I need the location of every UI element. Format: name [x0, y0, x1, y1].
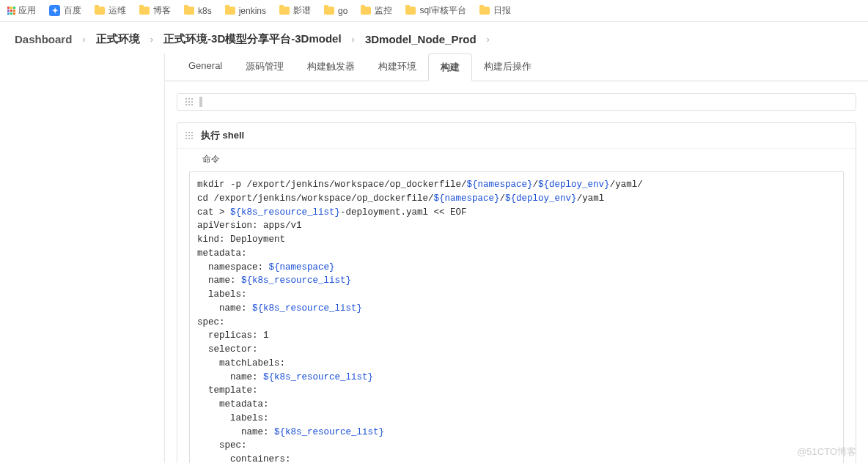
- tab-构建环境[interactable]: 构建环境: [367, 53, 428, 81]
- folder-icon: [361, 7, 371, 15]
- bookmark-label: k8s: [198, 6, 212, 16]
- content-area: General源码管理构建触发器构建环境构建构建后操作 执行 shell 命令 …: [164, 53, 868, 463]
- bookmark-label: jenkins: [239, 6, 266, 16]
- bookmark-label: 日报: [493, 4, 511, 17]
- execute-shell-block: 执行 shell 命令 mkdir -p /export/jenkins/wor…: [177, 122, 856, 463]
- breadcrumb-item[interactable]: Dashboard: [15, 33, 72, 45]
- bookmark-item[interactable]: ✦百度: [49, 4, 81, 17]
- bookmark-item[interactable]: 影谱: [279, 4, 311, 17]
- breadcrumb-item[interactable]: 正式环境: [96, 32, 140, 46]
- collapsed-section[interactable]: [177, 93, 856, 111]
- folder-icon: [95, 7, 105, 15]
- shell-code[interactable]: mkdir -p /export/jenkins/workspace/op_do…: [190, 172, 843, 463]
- bookmarks-bar: 应用 ✦百度运维博客k8sjenkins影谱go监控sql审核平台日报: [0, 0, 868, 22]
- bookmark-label: go: [338, 6, 347, 16]
- shell-command-editor[interactable]: mkdir -p /export/jenkins/workspace/op_do…: [189, 171, 844, 463]
- breadcrumb: Dashboard›正式环境›正式环境-3D模型分享平台-3Dmodel›3Dm…: [0, 22, 868, 53]
- tab-构建[interactable]: 构建: [428, 53, 472, 81]
- folder-icon: [479, 7, 490, 15]
- bookmark-item[interactable]: 博客: [139, 4, 171, 17]
- folder-icon: [279, 7, 290, 15]
- chevron-right-icon: ›: [78, 34, 89, 45]
- shell-header: 执行 shell: [177, 123, 856, 149]
- tab-构建触发器[interactable]: 构建触发器: [295, 53, 367, 81]
- folder-icon: [184, 7, 194, 15]
- bookmark-item[interactable]: k8s: [184, 4, 212, 17]
- tab-General[interactable]: General: [177, 53, 234, 81]
- folder-icon: [139, 7, 150, 15]
- bookmark-item[interactable]: 运维: [95, 4, 126, 17]
- breadcrumb-item[interactable]: 3Dmodel_Node_Prod: [365, 33, 477, 45]
- chevron-right-icon: ›: [347, 34, 359, 45]
- bookmark-item[interactable]: jenkins: [225, 4, 266, 17]
- baidu-icon: ✦: [49, 5, 60, 16]
- folder-icon: [225, 7, 235, 15]
- bookmark-label: 运维: [108, 4, 126, 17]
- bookmark-label: 博客: [153, 4, 171, 17]
- bookmark-item[interactable]: 监控: [361, 4, 392, 17]
- apps-icon: [7, 7, 15, 15]
- chevron-right-icon: ›: [482, 34, 494, 45]
- folder-icon: [324, 7, 334, 15]
- apps-label: 应用: [18, 4, 36, 17]
- config-tabs: General源码管理构建触发器构建环境构建构建后操作: [165, 53, 868, 81]
- bookmark-item[interactable]: go: [324, 4, 347, 17]
- command-label: 命令: [177, 149, 856, 167]
- shell-title: 执行 shell: [201, 129, 244, 142]
- bookmark-label: sql审核平台: [419, 4, 466, 17]
- drag-handle-icon: [185, 97, 194, 106]
- tab-构建后操作[interactable]: 构建后操作: [472, 53, 543, 81]
- folder-icon: [405, 7, 416, 15]
- tab-源码管理[interactable]: 源码管理: [234, 53, 295, 81]
- apps-button[interactable]: 应用: [7, 4, 36, 17]
- watermark: @51CTO博客: [797, 445, 856, 459]
- bookmark-item[interactable]: sql审核平台: [405, 4, 466, 17]
- chevron-right-icon: ›: [146, 34, 158, 45]
- drag-handle-icon[interactable]: [185, 131, 194, 140]
- bookmark-item[interactable]: 日报: [479, 4, 511, 17]
- breadcrumb-item[interactable]: 正式环境-3D模型分享平台-3Dmodel: [163, 32, 342, 46]
- bookmark-label: 影谱: [293, 4, 311, 17]
- bookmark-label: 百度: [64, 4, 81, 17]
- bookmark-label: 监控: [375, 4, 392, 17]
